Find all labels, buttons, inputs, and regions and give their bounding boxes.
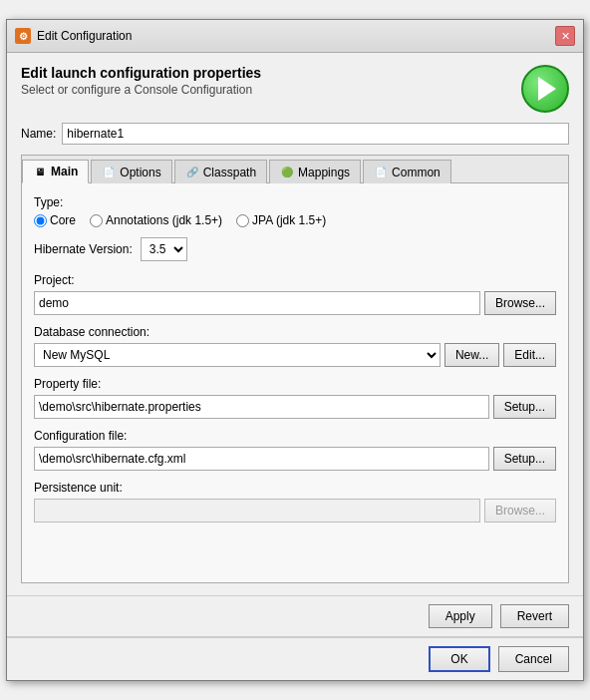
persistence-unit-input (34, 499, 480, 523)
tab-main-label: Main (51, 165, 78, 178)
tab-common[interactable]: 📄 Common (363, 160, 451, 183)
property-file-input[interactable] (34, 395, 489, 419)
radio-jpa[interactable]: JPA (jdk 1.5+) (236, 213, 326, 227)
apply-footer: Apply Revert (7, 595, 583, 636)
project-browse-button[interactable]: Browse... (484, 291, 556, 315)
options-tab-icon: 📄 (102, 166, 116, 179)
config-file-input[interactable] (34, 447, 489, 471)
property-file-setup-button[interactable]: Setup... (493, 395, 556, 419)
header-text: Edit launch configuration properties Sel… (21, 65, 261, 97)
property-file-label: Property file: (34, 377, 556, 391)
radio-core-label: Core (50, 213, 76, 227)
mappings-tab-icon: 🟢 (280, 166, 294, 179)
hibernate-version-select[interactable]: 3.5 3.6 4.0 5.0 (141, 237, 187, 261)
revert-button[interactable]: Revert (500, 604, 569, 628)
project-label: Project: (34, 273, 556, 287)
config-file-row: Setup... (34, 447, 556, 471)
ok-footer: OK Cancel (7, 637, 583, 680)
apply-button[interactable]: Apply (429, 604, 492, 628)
project-section: Project: Browse... (34, 273, 556, 315)
edit-configuration-dialog: ⚙ Edit Configuration ✕ Edit launch confi… (6, 19, 584, 681)
radio-annotations-input[interactable] (90, 214, 103, 227)
main-tab-content: Type: Core Annotations (jdk 1.5+) JPA (22, 183, 568, 582)
header-title: Edit launch configuration properties (21, 65, 261, 81)
persistence-browse-button: Browse... (484, 499, 556, 523)
hibernate-version-label: Hibernate Version: (34, 242, 133, 256)
run-button[interactable] (521, 65, 569, 113)
hibernate-version-row: Hibernate Version: 3.5 3.6 4.0 5.0 (34, 237, 556, 261)
tab-main[interactable]: 🖥 Main (22, 160, 89, 183)
type-section: Type: Core Annotations (jdk 1.5+) JPA (34, 195, 556, 227)
project-input[interactable] (34, 291, 480, 315)
tab-classpath-label: Classpath (203, 166, 256, 179)
tab-common-label: Common (392, 166, 441, 179)
type-label: Type: (34, 195, 556, 209)
persistence-section: Persistence unit: Browse... (34, 481, 556, 523)
radio-annotations-label: Annotations (jdk 1.5+) (106, 213, 222, 227)
config-file-setup-button[interactable]: Setup... (493, 447, 556, 471)
name-label: Name: (21, 127, 56, 141)
radio-jpa-input[interactable] (236, 214, 249, 227)
radio-annotations[interactable]: Annotations (jdk 1.5+) (90, 213, 222, 227)
radio-jpa-label: JPA (jdk 1.5+) (252, 213, 326, 227)
db-connection-row: New MySQL New... Edit... (34, 343, 556, 367)
tabs-container: 🖥 Main 📄 Options 🔗 Classpath 🟢 Mappings … (21, 155, 569, 583)
main-tab-icon: 🖥 (33, 165, 47, 178)
db-connection-section: Database connection: New MySQL New... Ed… (34, 325, 556, 367)
name-input[interactable] (62, 123, 569, 145)
radio-group: Core Annotations (jdk 1.5+) JPA (jdk 1.5… (34, 213, 556, 227)
cancel-button[interactable]: Cancel (498, 646, 569, 672)
radio-core[interactable]: Core (34, 213, 76, 227)
dialog-body: Edit launch configuration properties Sel… (7, 53, 583, 595)
dialog-title: Edit Configuration (37, 29, 132, 43)
config-file-label: Configuration file: (34, 429, 556, 443)
tab-options[interactable]: 📄 Options (91, 160, 171, 183)
ok-button[interactable]: OK (429, 646, 489, 672)
db-connection-label: Database connection: (34, 325, 556, 339)
dialog-icon: ⚙ (15, 28, 31, 44)
persistence-unit-label: Persistence unit: (34, 481, 556, 495)
dialog-header: Edit launch configuration properties Sel… (21, 65, 569, 113)
persistence-unit-row: Browse... (34, 499, 556, 523)
name-row: Name: (21, 123, 569, 145)
property-file-section: Property file: Setup... (34, 377, 556, 419)
tab-options-label: Options (120, 166, 160, 179)
radio-core-input[interactable] (34, 214, 47, 227)
db-connection-select[interactable]: New MySQL (34, 343, 441, 367)
db-edit-button[interactable]: Edit... (503, 343, 556, 367)
tab-mappings[interactable]: 🟢 Mappings (269, 160, 361, 183)
tab-classpath[interactable]: 🔗 Classpath (174, 160, 267, 183)
close-button[interactable]: ✕ (555, 26, 575, 46)
tab-mappings-label: Mappings (298, 166, 350, 179)
db-new-button[interactable]: New... (444, 343, 499, 367)
config-file-section: Configuration file: Setup... (34, 429, 556, 471)
classpath-tab-icon: 🔗 (185, 166, 199, 179)
common-tab-icon: 📄 (374, 166, 388, 179)
header-subtitle: Select or configure a Console Configurat… (21, 83, 261, 97)
project-input-row: Browse... (34, 291, 556, 315)
property-file-row: Setup... (34, 395, 556, 419)
title-bar: ⚙ Edit Configuration ✕ (7, 20, 583, 53)
title-bar-left: ⚙ Edit Configuration (15, 28, 132, 44)
tabs-header: 🖥 Main 📄 Options 🔗 Classpath 🟢 Mappings … (22, 156, 568, 183)
